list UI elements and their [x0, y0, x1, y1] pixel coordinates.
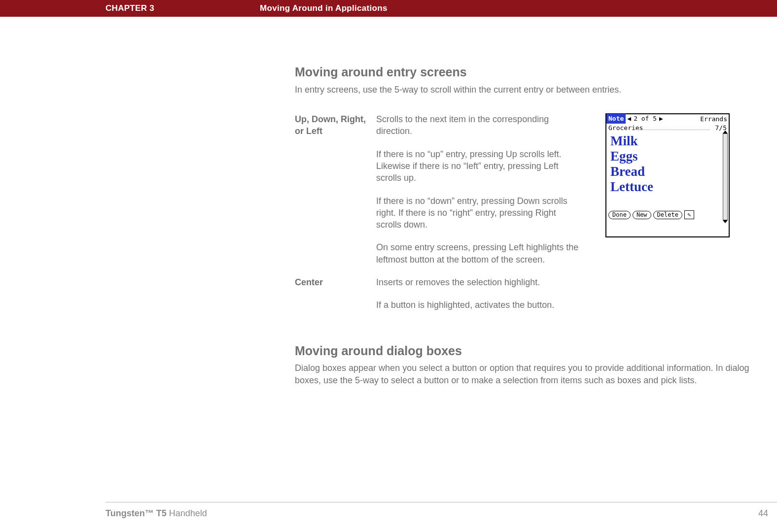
definition-para: If there is no “down” entry, pressing Do…	[376, 195, 583, 231]
screenshot-body: Milk Eggs Bread Lettuce Done New Delete …	[606, 133, 729, 221]
definition-para: If there is no “up” entry, pressing Up s…	[376, 148, 583, 184]
definition-desc: Scrolls to the next item in the correspo…	[376, 113, 583, 266]
section-heading-1: Moving around entry screens	[295, 64, 758, 81]
dotted-rule	[637, 130, 710, 130]
section-heading-2: Moving around dialog boxes	[295, 343, 758, 360]
prev-arrow-icon[interactable]: ◀	[626, 114, 633, 123]
definition-para: Scrolls to the next item in the correspo…	[376, 113, 583, 137]
scrollbar[interactable]	[723, 133, 728, 220]
page-number: 44	[758, 507, 768, 519]
handwriting-text: Milk Eggs Bread Lettuce	[610, 133, 653, 195]
example-screenshot: Note ◀ 2 of 5 ▶ Errands Groceries 7/5 Mi…	[605, 113, 730, 237]
chapter-label: CHAPTER 3	[106, 3, 154, 14]
note-app-label: Note	[606, 114, 626, 124]
definition-desc: Inserts or removes the selection highlig…	[376, 276, 583, 311]
definition-term: Center	[295, 276, 376, 311]
product-name-rest: Handheld	[167, 508, 207, 518]
delete-button[interactable]: Delete	[653, 211, 682, 219]
product-name-bold: Tungsten™ T5	[106, 508, 167, 518]
definition-row: Center Inserts or removes the selection …	[295, 276, 758, 311]
category-label[interactable]: Errands	[700, 115, 727, 124]
definition-term: Up, Down, Right, or Left	[295, 113, 376, 266]
pen-icon[interactable]: ✎	[684, 210, 694, 219]
chapter-title: Moving Around in Applications	[260, 3, 388, 14]
page-footer: Tungsten™ T5 Handheld 44	[106, 502, 777, 519]
chapter-header: CHAPTER 3 Moving Around in Applications	[0, 0, 777, 17]
definition-para: If a button is highlighted, activates th…	[376, 299, 583, 311]
screenshot-buttons: Done New Delete ✎	[608, 210, 694, 219]
screenshot-subtitle: Groceries 7/5	[606, 123, 729, 133]
new-button[interactable]: New	[633, 211, 651, 219]
next-arrow-icon[interactable]: ▶	[658, 114, 665, 123]
section-intro-1: In entry screens, use the 5-way to scrol…	[295, 84, 758, 96]
done-button[interactable]: Done	[608, 211, 631, 219]
page-content: Moving around entry screens In entry scr…	[295, 64, 758, 386]
screenshot-titlebar: Note ◀ 2 of 5 ▶ Errands	[606, 114, 729, 123]
record-counter: 2 of 5	[633, 114, 658, 123]
product-name: Tungsten™ T5 Handheld	[106, 507, 207, 519]
definition-para: Inserts or removes the selection highlig…	[376, 276, 583, 288]
footer-rule	[106, 502, 777, 502]
definition-para: On some entry screens, pressing Left hig…	[376, 241, 583, 266]
note-title: Groceries	[608, 124, 643, 132]
section-intro-2: Dialog boxes appear when you select a bu…	[295, 362, 758, 386]
